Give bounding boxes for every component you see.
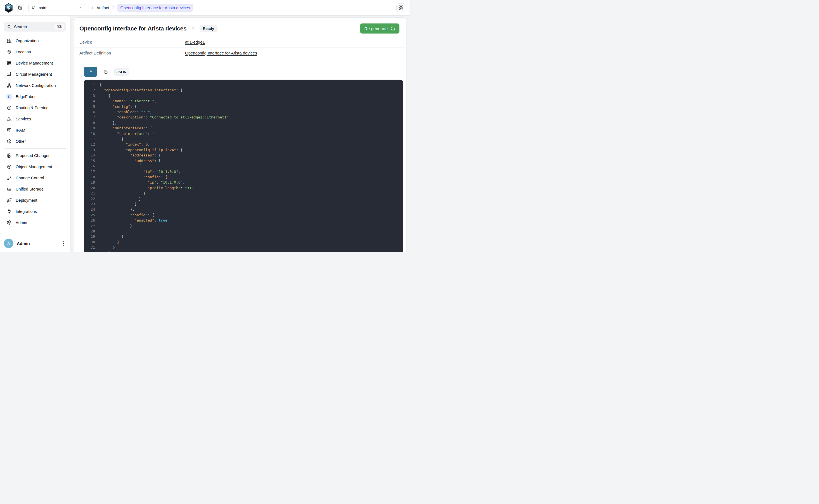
user-name: Admin (17, 241, 30, 246)
code-token: : { (148, 212, 154, 218)
branch-selector-value: main (28, 4, 74, 12)
code-line: 2 "openconfig-interfaces:interface": [ (88, 87, 403, 93)
code-token: , (148, 142, 150, 147)
line-number: 7 (88, 115, 95, 120)
code-token: { (99, 163, 141, 169)
code-token: , (178, 169, 180, 174)
regenerate-button[interactable]: Re-generate (360, 23, 399, 34)
sidebar-item-unified-storage[interactable]: Unified Storage (4, 184, 66, 195)
code-token: }, (99, 207, 134, 212)
breadcrumb-current[interactable]: Openconfig Interface for Arista devices (117, 4, 193, 12)
main-content-card: Openconfig Interface for Arista devices … (74, 17, 406, 252)
code-token: : { (130, 104, 137, 109)
line-number: 8 (88, 120, 95, 125)
sidebar-item-device-management[interactable]: Device Management (4, 58, 66, 69)
code-token: "addresses" (99, 153, 154, 158)
code-line: 25 "config": { (88, 212, 403, 218)
line-number: 27 (88, 223, 95, 229)
branch-name: main (37, 6, 46, 10)
line-number: 31 (88, 245, 95, 250)
code-line: 21 } (88, 191, 403, 196)
app-logo-icon (4, 3, 13, 13)
search-placeholder: Search (14, 25, 27, 29)
sidebar-item-location[interactable]: Location (4, 46, 66, 58)
code-token: "description" (99, 115, 145, 120)
code-token: : [ (176, 87, 182, 93)
sidebar-item-deployment[interactable]: Deployment (4, 195, 66, 206)
svg-text:IP: IP (8, 129, 10, 131)
code-token: "10.1.0.0" (161, 180, 182, 185)
artifact-details: Device atl1-edge1 Artifact Definition Op… (74, 37, 406, 58)
code-token: "subinterfaces" (99, 125, 145, 131)
line-number: 2 (88, 87, 95, 93)
code-token: "ip" (99, 169, 152, 174)
sidebar-item-integrations[interactable]: Integrations (4, 206, 66, 217)
branch-selector-caret[interactable] (74, 4, 85, 12)
code-line: 23 ] (88, 201, 403, 207)
line-number: 11 (88, 136, 95, 142)
line-number: 15 (88, 158, 95, 163)
code-line: 24 }, (88, 207, 403, 212)
code-token: "31" (185, 185, 193, 191)
user-row[interactable]: A Admin (4, 239, 66, 248)
line-number: 4 (88, 98, 95, 104)
download-button[interactable] (84, 67, 97, 77)
code-line: 29 } (88, 234, 403, 239)
breadcrumb-section[interactable]: Artifact (96, 6, 109, 10)
code-token: : (156, 180, 161, 185)
server-rack-icon (6, 60, 12, 66)
calendar-clock-button[interactable] (16, 4, 24, 12)
code-line: 1{ (88, 82, 403, 87)
title-kebab-icon[interactable] (191, 26, 195, 31)
line-number: 29 (88, 234, 95, 239)
code-token: "subinterface" (99, 131, 148, 136)
line-number: 5 (88, 104, 95, 109)
sidebar-item-change-control[interactable]: Change Control (4, 172, 66, 184)
sidebar-item-other[interactable]: Other (4, 136, 66, 147)
sidebar-item-edgefabric[interactable]: E EdgeFabric (4, 91, 66, 102)
code-token: "name" (99, 98, 126, 104)
detail-value-link[interactable]: atl1-edge1 (185, 40, 205, 44)
code-token: { (99, 136, 123, 142)
file-diff-icon (6, 153, 12, 158)
branch-selector[interactable]: main (28, 4, 85, 12)
sidebar-item-proposed-changes[interactable]: Proposed Changes (4, 150, 66, 161)
sidebar-item-admin[interactable]: Admin (4, 217, 66, 228)
line-number: 30 (88, 239, 95, 245)
line-number: 13 (88, 147, 95, 153)
sidebar-nav-secondary: Proposed Changes Object Management Chang… (4, 150, 66, 228)
plug-icon (6, 209, 12, 214)
regenerate-label: Re-generate (364, 26, 388, 31)
sidebar-item-circuit-management[interactable]: Circuit Management (4, 69, 66, 80)
code-line: 26 "enabled": true (88, 218, 403, 223)
artifact-toolbar: JSON (84, 67, 402, 77)
storage-icon (6, 186, 12, 192)
code-line: 32 }, (88, 250, 403, 252)
sidebar-item-organization[interactable]: Organization (4, 35, 66, 46)
chevron-down-icon (78, 6, 82, 10)
code-line: 18 "config": { (88, 174, 403, 180)
code-token: }, (99, 250, 113, 252)
workflow-icon (398, 5, 403, 10)
sidebar-item-object-management[interactable]: Object Management (4, 161, 66, 172)
code-token: : (152, 169, 156, 174)
code-token: "address" (99, 158, 154, 163)
routing-compass-icon (6, 105, 12, 111)
code-viewer[interactable]: 1{2 "openconfig-interfaces:interface": [… (84, 80, 403, 252)
code-token: "enabled" (99, 109, 137, 115)
code-token: "10.1.0.0" (156, 169, 178, 174)
detail-value-link[interactable]: Openconfig Interface for Arista devices (185, 51, 257, 55)
sidebar-item-services[interactable]: Services (4, 113, 66, 125)
sidebar-item-routing-peering[interactable]: Routing & Peering (4, 102, 66, 113)
copy-button[interactable] (101, 68, 110, 76)
user-menu-kebab-icon[interactable] (61, 241, 66, 246)
top-bar: main / Artifact / Openconfig Interface f… (0, 0, 410, 16)
sidebar-item-ipam[interactable]: IP IPAM (4, 125, 66, 136)
search-input[interactable]: Search ⌘K (4, 22, 66, 32)
sidebar-item-network-configuration[interactable]: Network Configuration (4, 80, 66, 91)
code-line: 7 "description": "Connected to atl1-edge… (88, 115, 403, 120)
code-line: 15 "address": [ (88, 158, 403, 163)
workflow-apps-button[interactable] (396, 3, 405, 12)
code-token: "prefix-length" (99, 185, 180, 191)
breadcrumb-separator: / (112, 5, 113, 10)
